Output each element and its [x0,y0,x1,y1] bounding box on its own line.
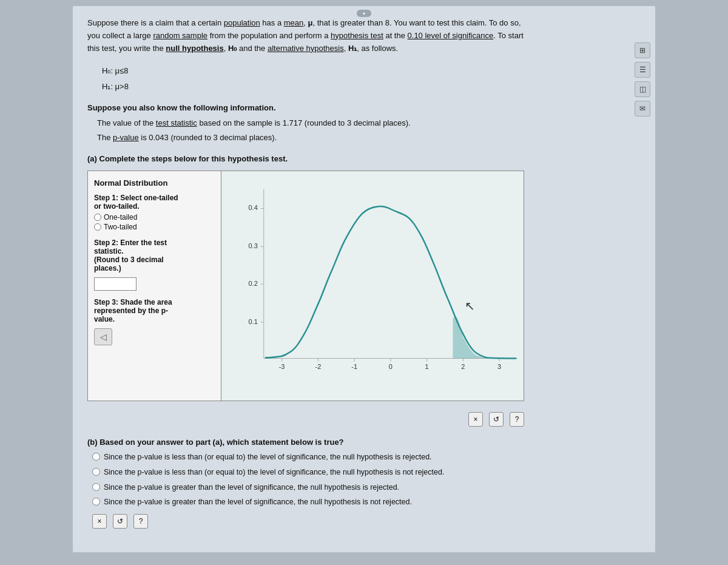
part-a-title: (a) Complete the steps below for this hy… [87,154,641,163]
test-statistic-input[interactable] [94,277,136,291]
step2-label: Step 2: Enter the teststatistic.(Round t… [94,239,215,272]
normal-distribution-chart: 0.4 0.3 0.2 0.1 -3 -2 -1 0 1 [221,171,524,401]
answer-label-4: Since the p-value is greater than the le… [104,496,412,508]
info-title: Suppose you also know the following info… [87,103,641,112]
svg-text:0: 0 [389,364,393,371]
chart-panel: 0.4 0.3 0.2 0.1 -3 -2 -1 0 1 [221,171,524,401]
answer-label-2: Since the p-value is less than (or equal… [104,467,444,478]
svg-text:-2: -2 [315,364,321,371]
svg-text:1: 1 [425,364,429,371]
answer-radio-4[interactable] [92,498,100,506]
h0-hypothesis: H₀: μ≤8 [102,63,641,79]
toolbar-btn-3[interactable]: ◫ [635,81,650,97]
step3-label: Step 3: Shade the arearepresented by the… [94,298,215,323]
svg-text:0.1: 0.1 [249,318,258,325]
hypothesis-test-widget: Normal Distribution Step 1: Select one-t… [87,171,524,401]
info-section: Suppose you also know the following info… [87,103,641,144]
intro-line2: you collect a large random sample from t… [87,31,524,40]
svg-text:-1: -1 [351,364,357,371]
step2-block: Step 2: Enter the teststatistic.(Round t… [94,239,215,291]
right-toolbar: ⊞ ☰ ◫ ✉ [635,42,650,117]
left-panel: Normal Distribution Step 1: Select one-t… [88,171,221,401]
answer-radio-3[interactable] [92,483,100,491]
toolbar-btn-2[interactable]: ☰ [635,62,650,78]
part-b-section: (b) Based on your answer to part (a), wh… [87,438,621,529]
part-a-undo-button[interactable]: ↺ [489,412,504,427]
step3-block: Step 3: Shade the arearepresented by the… [94,298,215,345]
intro-line1: Suppose there is a claim that a certain … [87,18,521,27]
info-p-value: The p-value is 0.043 (rounded to 3 decim… [97,130,641,144]
top-nav-dropdown[interactable] [357,10,371,17]
svg-text:3: 3 [497,364,501,371]
panel-title: Normal Distribution [94,178,215,188]
tail-selection: One-tailed Two-tailed [94,213,215,231]
part-b-action-row: × ↺ ? [92,514,621,529]
part-b-x-button[interactable]: × [92,514,107,529]
page-container: ⊞ ☰ ◫ ✉ Suppose there is a claim that a … [73,6,655,552]
intro-paragraph: Suppose there is a claim that a certain … [87,17,621,55]
answer-radio-2[interactable] [92,468,100,476]
svg-text:0.2: 0.2 [249,280,258,287]
answer-option-3: Since the p-value is greater than the le… [92,482,621,493]
svg-text:-3: -3 [279,364,285,371]
part-b-help-button[interactable]: ? [133,514,148,529]
part-b-undo-button[interactable]: ↺ [113,514,127,529]
answer-option-1: Since the p-value is less than (or equal… [92,452,621,463]
svg-text:0.4: 0.4 [249,205,258,212]
part-a-action-row: × ↺ ? [87,412,524,427]
answer-option-4: Since the p-value is greater than the le… [92,496,621,508]
shade-button[interactable]: ◁ [94,328,112,345]
info-test-statistic: The value of the test statistic based on… [97,116,641,130]
intro-line3: this test, you write the null hypothesis… [87,44,398,53]
answer-options: Since the p-value is less than (or equal… [92,452,621,508]
toolbar-btn-4[interactable]: ✉ [635,101,650,117]
one-tailed-radio[interactable] [94,214,101,221]
answer-label-3: Since the p-value is greater than the le… [104,482,399,493]
hypothesis-block: H₀: μ≤8 H₁: μ>8 [102,63,641,95]
part-a-help-button[interactable]: ? [510,412,524,427]
two-tailed-radio[interactable] [94,223,101,231]
svg-text:2: 2 [461,364,465,371]
part-a-x-button[interactable]: × [468,412,483,427]
answer-option-2: Since the p-value is less than (or equal… [92,467,621,478]
h1-hypothesis: H₁: μ>8 [102,79,641,95]
svg-text:0.3: 0.3 [249,242,258,249]
step1-label: Step 1: Select one-tailedor two-tailed. [94,194,215,211]
one-tailed-label: One-tailed [104,213,137,222]
one-tailed-option[interactable]: One-tailed [94,213,215,222]
toolbar-btn-1[interactable]: ⊞ [635,42,650,58]
part-b-title: (b) Based on your answer to part (a), wh… [87,438,621,447]
answer-radio-1[interactable] [92,453,100,461]
two-tailed-option[interactable]: Two-tailed [94,223,215,231]
two-tailed-label: Two-tailed [104,223,137,231]
answer-label-1: Since the p-value is less than (or equal… [104,452,432,463]
